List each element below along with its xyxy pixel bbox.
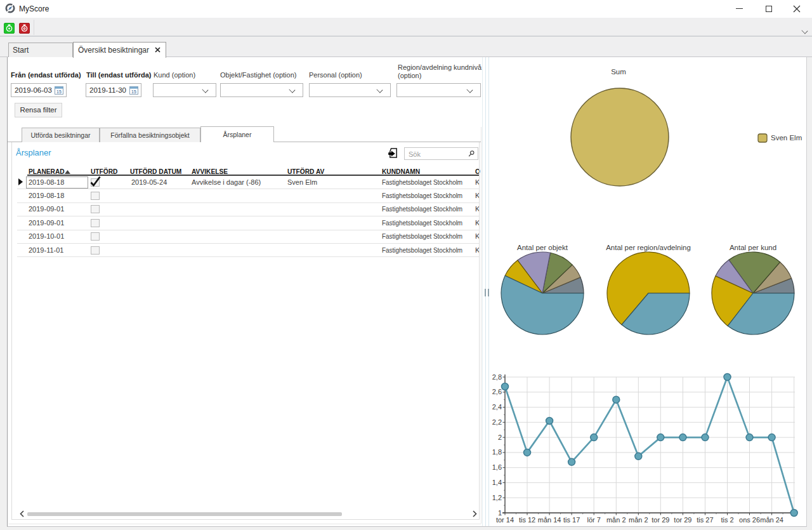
svg-text:2,6: 2,6 xyxy=(492,388,502,395)
svg-text:1: 1 xyxy=(498,509,502,517)
svg-text:1,2: 1,2 xyxy=(492,494,502,501)
svg-text:15: 15 xyxy=(131,89,136,94)
svg-text:ons 26: ons 26 xyxy=(739,516,760,524)
svg-text:tis 2: tis 2 xyxy=(721,516,733,524)
svg-text:2,4: 2,4 xyxy=(492,403,502,411)
svg-text:Antal per kund: Antal per kund xyxy=(730,244,776,251)
svg-text:1,6: 1,6 xyxy=(492,463,502,471)
svg-text:mån 24: mån 24 xyxy=(760,516,783,524)
svg-text:15: 15 xyxy=(56,89,62,94)
svg-text:1,8: 1,8 xyxy=(492,448,502,456)
svg-text:tor 29: tor 29 xyxy=(674,516,691,524)
svg-text:tor 29: tor 29 xyxy=(652,516,669,524)
svg-text:tor 14: tor 14 xyxy=(496,516,514,524)
svg-text:1,4: 1,4 xyxy=(492,479,502,486)
svg-text:Sven Elm: Sven Elm xyxy=(771,134,802,142)
svg-text:2,8: 2,8 xyxy=(492,373,502,381)
svg-text:2: 2 xyxy=(498,434,502,441)
svg-text:mån 2: mån 2 xyxy=(606,516,626,524)
svg-text:tis 27: tis 27 xyxy=(697,516,713,524)
svg-text:lör 7: lör 7 xyxy=(587,516,600,524)
svg-text:mån 14: mån 14 xyxy=(538,516,561,524)
svg-text:2,2: 2,2 xyxy=(492,418,502,426)
svg-text:tis 12: tis 12 xyxy=(519,516,535,524)
svg-text:Antal per objekt: Antal per objekt xyxy=(517,244,568,251)
svg-text:mån 2: mån 2 xyxy=(629,516,648,524)
svg-text:Sum: Sum xyxy=(611,68,626,76)
svg-text:Antal per region/avdelning: Antal per region/avdelning xyxy=(606,244,691,251)
svg-text:tis 17: tis 17 xyxy=(563,516,580,524)
